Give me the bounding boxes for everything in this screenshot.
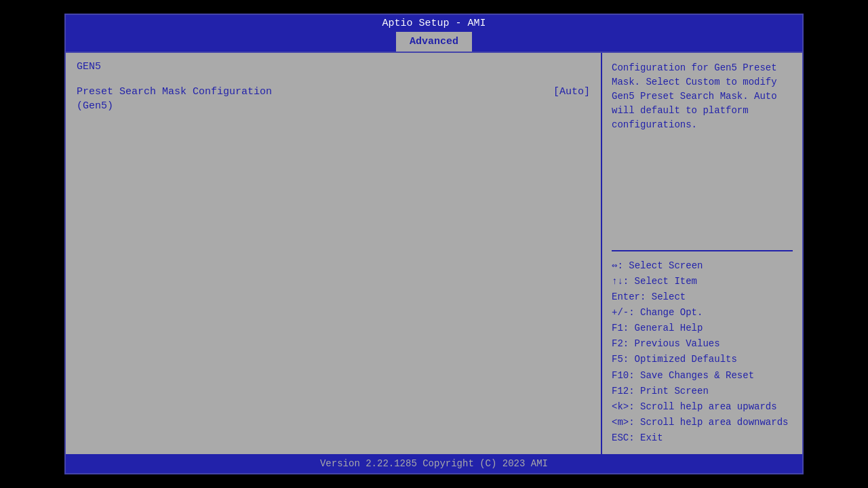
- shortcut-f10: F10: Save Changes & Reset: [612, 368, 793, 384]
- shortcut-select-item: ↑↓: Select Item: [612, 274, 793, 289]
- shortcut-change-opt: +/-: Change Opt.: [612, 305, 793, 321]
- shortcut-f5: F5: Optimized Defaults: [612, 352, 793, 367]
- menu-item-label: Preset Search Mask Configuration: [77, 86, 517, 98]
- shortcut-enter: Enter: Select: [612, 289, 793, 305]
- shortcut-f12: F12: Print Screen: [612, 384, 793, 399]
- left-panel: GEN5 Preset Search Mask Configuration [A…: [66, 53, 602, 454]
- section-title: GEN5: [77, 61, 590, 73]
- footer-text: Version 2.22.1285 Copyright (C) 2023 AMI: [320, 458, 548, 469]
- footer: Version 2.22.1285 Copyright (C) 2023 AMI: [66, 454, 802, 473]
- right-panel: Configuration for Gen5 Preset Mask. Sele…: [602, 53, 802, 454]
- shortcut-list: ⇔: Select Screen ↑↓: Select Item Enter: …: [612, 258, 793, 446]
- menu-item[interactable]: Preset Search Mask Configuration [Auto]: [77, 86, 590, 98]
- divider: [612, 250, 793, 251]
- menu-item-value: [Auto]: [517, 86, 590, 98]
- title-bar: Aptio Setup - AMI: [66, 15, 802, 32]
- menu-item-sub: (Gen5): [77, 100, 590, 112]
- shortcut-k: <k>: Scroll help area upwards: [612, 399, 793, 415]
- shortcut-m: <m>: Scroll help area downwards: [612, 415, 793, 430]
- shortcut-select-screen: ⇔: Select Screen: [612, 258, 793, 274]
- bios-container: Aptio Setup - AMI Advanced GEN5 Preset S…: [64, 14, 804, 474]
- shortcut-f2: F2: Previous Values: [612, 336, 793, 352]
- nav-bar: Advanced: [66, 32, 802, 53]
- help-text: Configuration for Gen5 Preset Mask. Sele…: [612, 61, 793, 243]
- shortcut-f1: F1: General Help: [612, 321, 793, 336]
- shortcut-esc: ESC: Exit: [612, 430, 793, 446]
- title-text: Aptio Setup - AMI: [382, 18, 486, 29]
- tab-advanced[interactable]: Advanced: [396, 32, 472, 52]
- main-area: GEN5 Preset Search Mask Configuration [A…: [66, 53, 802, 454]
